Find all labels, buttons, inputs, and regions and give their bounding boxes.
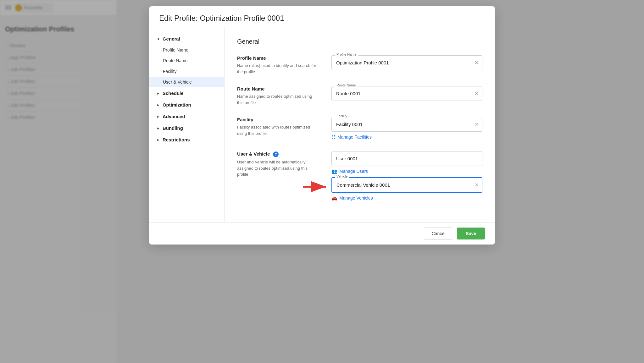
nav-profile-name[interactable]: Profile Name [149,45,224,55]
route-name-label-area: Route Name Name assigned to routes optim… [237,86,319,106]
profile-name-row: Profile Name Name (alias) used to identi… [237,55,482,75]
facility-field-wrapper: Facility ✕ [331,117,482,132]
facility-input-area: Facility ✕ ☷ Manage Facilities [331,117,482,140]
nav-bundling-header[interactable]: ► Bundling [149,122,224,134]
facility-row: Facility Facility associated with routes… [237,117,482,140]
save-button[interactable]: Save [457,228,485,239]
cancel-button[interactable]: Cancel [424,228,453,239]
route-name-clear-icon[interactable]: ✕ [475,91,479,96]
user-field-wrapper [331,151,482,166]
user-vehicle-desc: User and Vehicle will be automatically a… [237,159,319,178]
nav-bundling-label: Bundling [163,125,183,131]
nav-user-vehicle[interactable]: User & Vehicle [149,77,224,87]
facility-desc: Facility associated with routes optimize… [237,124,319,136]
route-name-input-area: Route Name ✕ [331,86,482,103]
main-content: General Profile Name Name (alias) used t… [225,28,495,222]
section-title: General [237,38,482,45]
edit-profile-modal: Edit Profile: Optimization Profile 0001 … [149,6,495,245]
route-name-row: Route Name Name assigned to routes optim… [237,86,482,106]
facility-input[interactable] [331,117,482,132]
user-vehicle-title: User & Vehicle ? [237,151,319,157]
vehicle-field-container: Vehicle ✕ [331,177,482,193]
general-chevron-icon: ▼ [156,37,160,41]
profile-name-title: Profile Name [237,55,319,61]
nav-general-label: General [163,36,180,41]
vehicle-clear-icon[interactable]: ✕ [475,183,479,188]
nav-facility[interactable]: Facility [149,66,224,77]
manage-facilities-text: Manage Facilities [337,135,372,140]
user-vehicle-input-area: 👥 Manage Users [331,151,482,201]
manage-users-text: Manage Users [339,169,368,174]
user-vehicle-label-area: User & Vehicle ? User and Vehicle will b… [237,151,319,178]
nav-general-header[interactable]: ▼ General [149,33,224,45]
nav-schedule-label: Schedule [163,91,184,96]
vehicle-field-wrapper: Vehicle ✕ [331,177,482,193]
manage-vehicles-link[interactable]: 🚗 Manage Vehicles [331,195,373,201]
route-name-field-wrapper: Route Name ✕ [331,86,482,101]
user-vehicle-row: User & Vehicle ? User and Vehicle will b… [237,151,482,201]
user-vehicle-help-icon[interactable]: ? [273,151,279,157]
nav-route-name[interactable]: Route Name [149,55,224,66]
manage-users-icon: 👥 [331,168,337,174]
vehicle-input[interactable] [331,177,482,193]
advanced-chevron-icon: ► [157,115,160,118]
nav-restrictions-header[interactable]: ► Restrictions [149,134,224,146]
manage-facilities-link[interactable]: ☷ Manage Facilities [331,134,372,140]
profile-name-clear-icon[interactable]: ✕ [475,60,479,65]
facility-title: Facility [237,117,319,122]
route-name-title: Route Name [237,86,319,91]
bundling-chevron-icon: ► [157,126,160,130]
facility-clear-icon[interactable]: ✕ [475,122,479,127]
profile-name-input[interactable] [331,55,482,70]
modal-header: Edit Profile: Optimization Profile 0001 [149,6,495,28]
modal-body: ▼ General Profile Name [149,28,495,222]
nav-advanced-label: Advanced [163,114,185,119]
route-name-input[interactable] [331,86,482,101]
profile-name-field-wrapper: Profile Name ✕ [331,55,482,70]
user-input[interactable] [331,151,482,166]
modal-overlay: Edit Profile: Optimization Profile 0001 … [0,0,644,363]
nav-optimization-header[interactable]: ► Optimization [149,99,224,111]
nav-optimization-label: Optimization [163,102,191,107]
nav-restrictions-label: Restrictions [163,137,190,142]
profile-name-desc: Name (alias) used to identify and search… [237,63,319,75]
manage-users-link[interactable]: 👥 Manage Users [331,168,368,174]
manage-vehicles-text: Manage Vehicles [339,195,373,201]
profile-name-input-area: Profile Name ✕ [331,55,482,73]
vehicle-arrow [303,180,328,193]
profile-name-label-area: Profile Name Name (alias) used to identi… [237,55,319,75]
optimization-chevron-icon: ► [157,103,160,107]
left-nav: ▼ General Profile Name [149,28,225,222]
manage-facilities-icon: ☷ [331,134,336,140]
route-name-desc: Name assigned to routes optimized using … [237,93,319,106]
schedule-chevron-icon: ► [157,91,160,95]
nav-schedule-header[interactable]: ► Schedule [149,87,224,99]
restrictions-chevron-icon: ► [157,138,160,142]
facility-label-area: Facility Facility associated with routes… [237,117,319,136]
manage-vehicles-icon: 🚗 [331,195,337,201]
nav-advanced-header[interactable]: ► Advanced [149,111,224,122]
modal-title: Edit Profile: Optimization Profile 0001 [159,14,485,23]
modal-footer: Cancel Save [149,222,495,245]
